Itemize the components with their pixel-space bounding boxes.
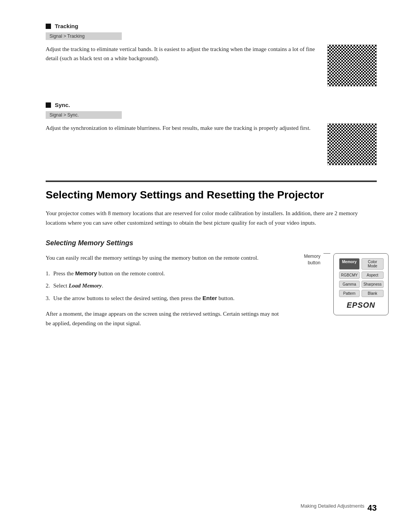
remote-btn-blank: Blank	[362, 290, 384, 297]
step-3-bold: Enter	[202, 295, 217, 301]
memory-button-label: Memorybutton	[304, 253, 320, 266]
memory-layout: You can easily recall the memory setting…	[46, 253, 377, 328]
memory-intro: You can easily recall the memory setting…	[46, 253, 285, 263]
remote-label-area: Memorybutton Memory Color Mode RGBCMY As…	[297, 253, 377, 315]
remote-btn-colormode: Color Mode	[362, 258, 384, 270]
tracking-header: Tracking	[46, 23, 377, 29]
tracking-section: Tracking Signal > Tracking Adjust the tr…	[46, 23, 377, 86]
tracking-pixel-image	[327, 45, 377, 86]
sync-header: Sync.	[46, 102, 377, 108]
connector-line	[323, 253, 330, 254]
remote-button-grid: Memory Color Mode RGBCMY Aspect Gamma Sh…	[339, 258, 383, 297]
sub-section-title: Selecting Memory Settings	[46, 239, 377, 247]
step-1-num: 1.	[46, 269, 50, 278]
step-2-num: 2.	[46, 281, 50, 291]
sync-icon	[46, 102, 51, 108]
remote-box: Memory Color Mode RGBCMY Aspect Gamma Sh…	[333, 253, 389, 315]
sync-section: Sync. Signal > Sync. Adjust the synchron…	[46, 102, 377, 165]
connector-area	[323, 253, 330, 254]
section-divider	[46, 181, 377, 182]
sync-breadcrumb: Signal > Sync.	[46, 111, 122, 119]
remote-btn-aspect: Aspect	[362, 272, 384, 279]
sync-title: Sync.	[55, 102, 70, 108]
step-3-num: 3.	[46, 294, 50, 303]
sync-pixel-image	[327, 123, 377, 165]
tracking-description: Adjust the tracking to eliminate vertica…	[46, 45, 320, 63]
remote-btn-memory: Memory	[339, 258, 360, 270]
step-2-bold: Load Memory	[68, 283, 102, 289]
remote-btn-gamma: Gamma	[339, 281, 360, 288]
step-1: 1. Press the Memory button on the remote…	[46, 269, 285, 278]
steps-list: 1. Press the Memory button on the remote…	[46, 269, 285, 303]
step-3: 3. Use the arrow buttons to select the d…	[46, 294, 285, 303]
step-2: 2. Select Load Memory.	[46, 281, 285, 291]
remote-btn-pattern: Pattern	[339, 290, 360, 297]
tracking-content: Adjust the tracking to eliminate vertica…	[46, 45, 377, 86]
page-number: 43	[368, 503, 377, 513]
tracking-breadcrumb: Signal > Tracking	[46, 32, 122, 40]
big-section-intro: Your projector comes with 8 memory locat…	[46, 209, 377, 228]
memory-text-block: You can easily recall the memory setting…	[46, 253, 285, 328]
after-steps-text: After a moment, the image appears on the…	[46, 309, 285, 328]
sync-content: Adjust the synchronization to eliminate …	[46, 123, 377, 165]
sync-description: Adjust the synchronization to eliminate …	[46, 123, 320, 133]
remote-btn-rgbcmy: RGBCMY	[339, 272, 360, 279]
remote-btn-sharpness: Sharpness	[362, 281, 384, 288]
step-1-bold: Memory	[75, 270, 97, 276]
footer-label: Making Detailed Adjustments	[301, 503, 365, 513]
tracking-icon	[46, 24, 51, 29]
memory-label-col: Memorybutton	[297, 253, 320, 266]
big-section-title: Selecting Memory Settings and Resetting …	[46, 188, 377, 202]
epson-logo: EPSON	[339, 301, 383, 310]
remote-diagram: Memorybutton Memory Color Mode RGBCMY As…	[297, 253, 377, 317]
page-footer: Making Detailed Adjustments 43	[0, 503, 411, 513]
tracking-title: Tracking	[55, 23, 78, 29]
